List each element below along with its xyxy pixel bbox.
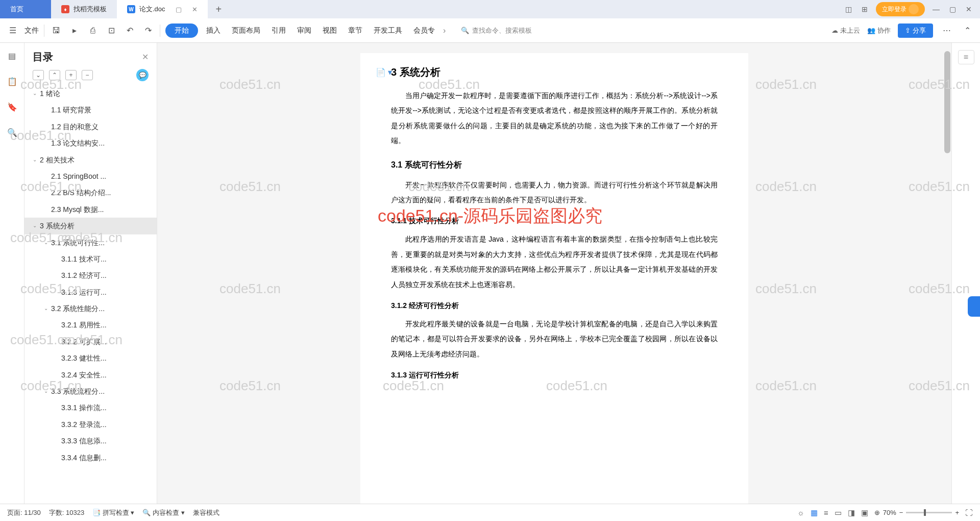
toc-item[interactable]: 1.3 论文结构安...	[24, 135, 157, 151]
add-tab-button[interactable]: +	[208, 4, 230, 15]
zoom-out-icon[interactable]: −	[899, 509, 903, 516]
toc-item[interactable]: 3.1.3 运行可...	[24, 284, 157, 300]
tab-document[interactable]: W 论文.doc ▢ ✕	[117, 0, 208, 18]
toc-item[interactable]: 3.2.4 安全性...	[24, 367, 157, 383]
ribbon-member[interactable]: 会员专	[410, 26, 438, 35]
zoom-reset-icon[interactable]: ⊕	[874, 509, 880, 516]
ribbon-chapter[interactable]: 章节	[345, 26, 365, 35]
toc-item[interactable]: ⌄3.2 系统性能分...	[24, 300, 157, 317]
save-icon[interactable]: 🖫	[50, 24, 63, 37]
chevron-right-icon[interactable]: ›	[443, 26, 446, 35]
sidebar-close-icon[interactable]: ✕	[142, 52, 149, 62]
view-web-icon[interactable]: ▭	[835, 508, 842, 517]
search-rail-icon[interactable]: 🔍	[7, 127, 18, 138]
document-viewport[interactable]: 📄 ▾ 3 系统分析 当用户确定开发一款程序时，是需要遵循下面的顺序进行工作，概…	[157, 43, 951, 504]
toc-item[interactable]: 3.2.2 可扩展...	[24, 334, 157, 350]
preview-icon[interactable]: ⊡	[105, 24, 118, 37]
content-check[interactable]: 🔍 内容检查 ▾	[142, 508, 184, 517]
ribbon-start[interactable]: 开始	[165, 23, 198, 38]
view-outline-icon[interactable]: ≡	[824, 508, 828, 517]
toc-item[interactable]: 3.3.3 信息添...	[24, 433, 157, 449]
heading-2: 3.1 系统可行性分析	[391, 160, 718, 171]
main-area: ▤ 📋 🔖 🔍 目录 ✕ ⌄ ⌃ + − 💬 ⌄1 绪论1.1 研究背景1.2 …	[0, 43, 980, 504]
toc-item[interactable]: 1.1 研究背景	[24, 102, 157, 118]
compat-mode[interactable]: 兼容模式	[193, 508, 219, 517]
share-button[interactable]: ⇧ 分享	[898, 23, 933, 38]
ribbon-layout[interactable]: 页面布局	[229, 26, 263, 35]
zoom-control[interactable]: ⊕ 70% − +	[874, 509, 959, 516]
toc-item[interactable]: 3.1.2 经济可...	[24, 267, 157, 283]
side-tab[interactable]	[968, 296, 980, 317]
toc-item[interactable]: 1.2 目的和意义	[24, 119, 157, 135]
redo-icon[interactable]: ↷	[141, 24, 155, 37]
toc-item[interactable]: ⌄3.1 系统可行性...	[24, 234, 157, 251]
layout-icon[interactable]: ◫	[843, 4, 853, 14]
paragraph: 此程序选用的开发语言是 Java，这种编程语言有着丰富的数据类型，在指令控制语句…	[391, 232, 718, 292]
tab-home[interactable]: 首页	[0, 0, 51, 18]
more-icon[interactable]: ⋯	[940, 24, 953, 37]
collapse-all-icon[interactable]: ⌄	[33, 70, 44, 80]
new-icon[interactable]: ▸	[68, 24, 81, 37]
file-menu[interactable]: 文件	[24, 26, 39, 35]
cooperate-button[interactable]: 👥 协作	[867, 26, 891, 35]
maximize-icon[interactable]: ▢	[947, 4, 958, 14]
login-button[interactable]: 立即登录	[876, 2, 925, 16]
outline-icon[interactable]: ▤	[7, 50, 18, 61]
toc-label: 3.3.4 信息删...	[61, 452, 107, 463]
spell-check[interactable]: 📑 拼写检查 ▾	[92, 508, 134, 517]
right-panel-toggle[interactable]: ≡	[958, 50, 974, 64]
remove-outline-icon[interactable]: −	[82, 70, 93, 80]
minimize-icon[interactable]: —	[931, 4, 941, 14]
toc-item[interactable]: ⌄2 相关技术	[24, 152, 157, 168]
close-icon[interactable]: ✕	[192, 6, 198, 13]
toc-item[interactable]: 3.3.2 登录流...	[24, 416, 157, 433]
cloud-status[interactable]: ☁ 未上云	[831, 26, 860, 35]
toc-item[interactable]: 3.2.3 健壮性...	[24, 350, 157, 366]
command-search[interactable]: 🔍 查找命令、搜索模板	[461, 26, 532, 35]
zoom-in-icon[interactable]: +	[955, 509, 959, 516]
ribbon-view[interactable]: 视图	[320, 26, 340, 35]
toc-item[interactable]: 3.3.4 信息删...	[24, 449, 157, 466]
zoom-value: 70%	[883, 509, 896, 516]
present-icon[interactable]: ▢	[176, 6, 182, 13]
scrollbar-thumb[interactable]	[944, 51, 950, 153]
apps-icon[interactable]: ⊞	[860, 4, 870, 14]
zoom-slider[interactable]	[906, 512, 952, 513]
bookmark-icon[interactable]: 🔖	[7, 101, 18, 112]
message-icon[interactable]: 💬	[136, 69, 149, 81]
view-page-icon[interactable]: ▦	[811, 508, 818, 517]
bright-icon[interactable]: ☼	[797, 508, 804, 517]
add-outline-icon[interactable]: +	[65, 70, 77, 80]
cloud-label: 未上云	[840, 26, 860, 35]
menu-icon[interactable]: ☰	[6, 24, 19, 37]
close-window-icon[interactable]: ✕	[964, 4, 974, 14]
word-count[interactable]: 字数: 10323	[49, 508, 84, 517]
view-full-icon[interactable]: ▣	[861, 508, 868, 517]
collapse-icon[interactable]: ⌃	[961, 24, 974, 37]
undo-icon[interactable]: ↶	[123, 24, 136, 37]
toc-item[interactable]: 2.3 Mysql 数据...	[24, 201, 157, 218]
print-icon[interactable]: ⎙	[86, 24, 100, 37]
toc-item[interactable]: 3.2.1 易用性...	[24, 317, 157, 333]
toc-item[interactable]: 2.1 SpringBoot ...	[24, 168, 157, 184]
sidebar-title: 目录	[33, 50, 53, 64]
ribbon-reference[interactable]: 引用	[268, 26, 289, 35]
tab-templates[interactable]: ♦ 找稻壳模板	[51, 0, 117, 18]
page-insert-icon[interactable]: 📄 ▾	[376, 67, 392, 77]
page-indicator[interactable]: 页面: 11/30	[7, 508, 41, 517]
toc-item[interactable]: 3.3.1 操作流...	[24, 399, 157, 416]
clipboard-icon[interactable]: 📋	[7, 76, 18, 87]
expand-all-icon[interactable]: ⌃	[49, 70, 60, 80]
toc-item[interactable]: ⌄1 绪论	[24, 85, 157, 102]
toc-label: 3 系统分析	[40, 220, 75, 231]
toc-item[interactable]: ⌄3.3 系统流程分...	[24, 383, 157, 399]
toc-item[interactable]: ⌄3 系统分析	[24, 218, 157, 234]
ribbon-review[interactable]: 审阅	[294, 26, 314, 35]
ribbon-devtools[interactable]: 开发工具	[371, 26, 405, 35]
toc-item[interactable]: 2.2 B/S 结构介绍...	[24, 184, 157, 201]
fullscreen-icon[interactable]: ⛶	[965, 508, 973, 517]
toc-label: 3.1.1 技术可...	[61, 253, 107, 265]
toc-item[interactable]: 3.1.1 技术可...	[24, 251, 157, 267]
view-read-icon[interactable]: ◨	[848, 508, 855, 517]
ribbon-insert[interactable]: 插入	[203, 26, 224, 35]
